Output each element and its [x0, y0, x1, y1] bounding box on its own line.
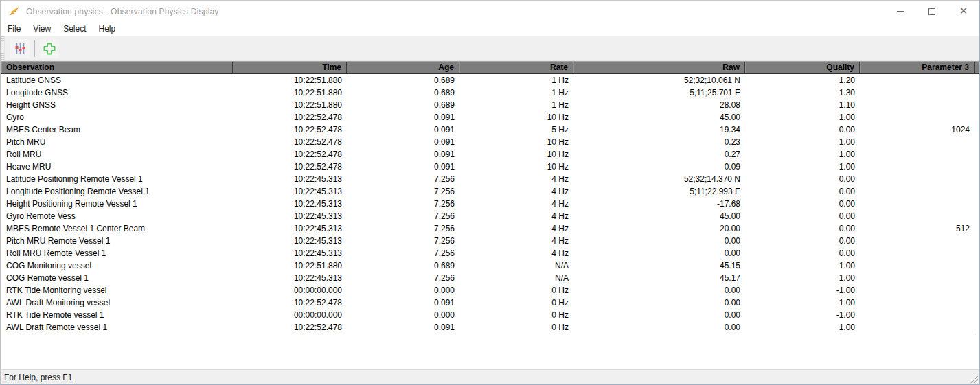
table-row[interactable]: Latitude Positioning Remote Vessel 1 10:… — [1, 173, 979, 185]
cell-raw: 0.27 — [573, 148, 745, 161]
table-row[interactable]: RTK Tide Monitoring vessel 00:00:00.000 … — [1, 284, 979, 296]
cell-parameter3 — [860, 198, 975, 210]
cell-age: 7.256 — [347, 210, 459, 222]
menu-select[interactable]: Select — [57, 23, 92, 35]
cell-stub — [975, 136, 979, 148]
cell-observation: Roll MRU Remote Vessel 1 — [1, 247, 233, 259]
observation-table: Observation Time Age Rate Raw Quality Pa… — [1, 61, 979, 369]
table-row[interactable]: Latitude GNSS 10:22:51.880 0.689 1 Hz 52… — [1, 74, 979, 86]
table-row[interactable]: COG Remote vessel 1 10:22:45.313 7.256 N… — [1, 272, 979, 284]
cell-observation: Pitch MRU — [1, 136, 233, 148]
cell-stub — [975, 185, 979, 198]
cell-raw: 0.00 — [573, 284, 745, 296]
menu-help[interactable]: Help — [93, 23, 122, 35]
table-row[interactable]: Longitude GNSS 10:22:51.880 0.689 1 Hz 5… — [1, 86, 979, 99]
table-row[interactable]: Gyro Remote Vess 10:22:45.313 7.256 4 Hz… — [1, 210, 979, 222]
cell-stub — [975, 210, 979, 222]
cell-observation: AWL Draft Monitoring vessel — [1, 296, 233, 309]
table-row[interactable]: MBES Remote Vessel 1 Center Beam 10:22:4… — [1, 222, 979, 235]
cell-age: 0.091 — [347, 136, 459, 148]
column-header-parameter3[interactable]: Parameter 3 — [860, 62, 975, 73]
cell-quality: 0.00 — [745, 247, 860, 259]
cell-observation: COG Monitoring vessel — [1, 259, 233, 272]
cell-time: 10:22:45.313 — [233, 185, 347, 198]
table-row[interactable]: RTK Tide Remote vessel 1 00:00:00.000 0.… — [1, 309, 979, 321]
table-row[interactable]: AWL Draft Monitoring vessel 10:22:52.478… — [1, 296, 979, 309]
column-header-time[interactable]: Time — [233, 62, 347, 73]
cell-parameter3 — [860, 259, 975, 272]
table-row[interactable]: AWL Draft Remote vessel 1 10:22:52.478 0… — [1, 321, 979, 334]
cell-observation: Height GNSS — [1, 99, 233, 111]
table-row[interactable]: Pitch MRU Remote Vessel 1 10:22:45.313 7… — [1, 235, 979, 247]
table-row[interactable]: Height GNSS 10:22:51.880 0.689 1 Hz 28.0… — [1, 99, 979, 111]
cell-parameter3: 512 — [860, 222, 975, 235]
cell-rate: 0 Hz — [459, 309, 573, 321]
cell-age: 0.091 — [347, 111, 459, 124]
cell-stub — [975, 247, 979, 259]
menu-view[interactable]: View — [27, 23, 57, 35]
table-row[interactable]: Pitch MRU 10:22:52.478 0.091 10 Hz 0.23 … — [1, 136, 979, 148]
column-header-raw[interactable]: Raw — [573, 62, 745, 73]
cell-observation: Gyro Remote Vess — [1, 210, 233, 222]
cell-quality: 1.00 — [745, 148, 860, 161]
cell-rate: N/A — [459, 272, 573, 284]
cell-parameter3 — [860, 309, 975, 321]
cell-raw: 0.00 — [573, 296, 745, 309]
table-row[interactable]: Roll MRU Remote Vessel 1 10:22:45.313 7.… — [1, 247, 979, 259]
cell-raw: 52;32;14.370 N — [573, 173, 745, 185]
cell-rate: 1 Hz — [459, 86, 573, 99]
table-row[interactable]: Roll MRU 10:22:52.478 0.091 10 Hz 0.27 1… — [1, 148, 979, 161]
cell-raw: 5;11;25.701 E — [573, 86, 745, 99]
cell-age: 7.256 — [347, 235, 459, 247]
sliders-icon — [14, 43, 26, 54]
cell-quality: 1.00 — [745, 321, 860, 334]
display-settings-button[interactable] — [10, 39, 30, 58]
column-header-age[interactable]: Age — [347, 62, 459, 73]
maximize-icon — [928, 8, 935, 15]
menubar: File View Select Help — [1, 22, 979, 36]
table-row[interactable]: COG Monitoring vessel 10:22:51.880 0.689… — [1, 259, 979, 272]
table-row[interactable]: Height Positioning Remote Vessel 1 10:22… — [1, 198, 979, 210]
cell-quality: -1.00 — [745, 284, 860, 296]
cell-age: 0.000 — [347, 309, 459, 321]
cell-parameter3 — [860, 148, 975, 161]
cell-stub — [975, 259, 979, 272]
cell-quality: 1.20 — [745, 74, 860, 86]
cell-raw: 0.23 — [573, 136, 745, 148]
close-icon: ✕ — [959, 6, 968, 16]
resize-grip-handle[interactable] — [969, 374, 979, 384]
cell-raw: 0.00 — [573, 235, 745, 247]
table-row[interactable]: Longitude Positioning Remote Vessel 1 10… — [1, 185, 979, 198]
app-icon[interactable] — [8, 5, 20, 17]
maximize-button[interactable] — [916, 1, 948, 22]
cell-stub — [975, 111, 979, 124]
cell-time: 10:22:45.313 — [233, 272, 347, 284]
menu-file[interactable]: File — [1, 23, 27, 35]
cell-quality: 0.00 — [745, 124, 860, 136]
table-row[interactable]: Gyro 10:22:52.478 0.091 10 Hz 45.00 1.00 — [1, 111, 979, 124]
column-header-quality[interactable]: Quality — [745, 62, 860, 73]
cell-parameter3 — [860, 321, 975, 334]
cell-observation: Height Positioning Remote Vessel 1 — [1, 198, 233, 210]
column-header-observation[interactable]: Observation — [1, 62, 233, 73]
cell-time: 00:00:00.000 — [233, 284, 347, 296]
cell-parameter3 — [860, 136, 975, 148]
table-row[interactable]: Heave MRU 10:22:52.478 0.091 10 Hz 0.09 … — [1, 161, 979, 173]
cell-raw: 0.00 — [573, 309, 745, 321]
toolbar-gripper-handle[interactable] — [1, 36, 5, 61]
cell-observation: COG Remote vessel 1 — [1, 272, 233, 284]
cell-stub — [975, 148, 979, 161]
column-header-rate[interactable]: Rate — [459, 62, 573, 73]
minimize-button[interactable] — [885, 1, 916, 22]
cell-time: 10:22:51.880 — [233, 259, 347, 272]
cell-quality: 1.10 — [745, 99, 860, 111]
cell-time: 10:22:51.880 — [233, 99, 347, 111]
add-observation-button[interactable] — [40, 39, 59, 58]
cell-parameter3 — [860, 272, 975, 284]
cell-age: 7.256 — [347, 222, 459, 235]
cell-time: 10:22:52.478 — [233, 148, 347, 161]
table-row[interactable]: MBES Center Beam 10:22:52.478 0.091 5 Hz… — [1, 124, 979, 136]
cell-parameter3 — [860, 74, 975, 86]
close-button[interactable]: ✕ — [948, 1, 979, 22]
cell-observation: AWL Draft Remote vessel 1 — [1, 321, 233, 334]
